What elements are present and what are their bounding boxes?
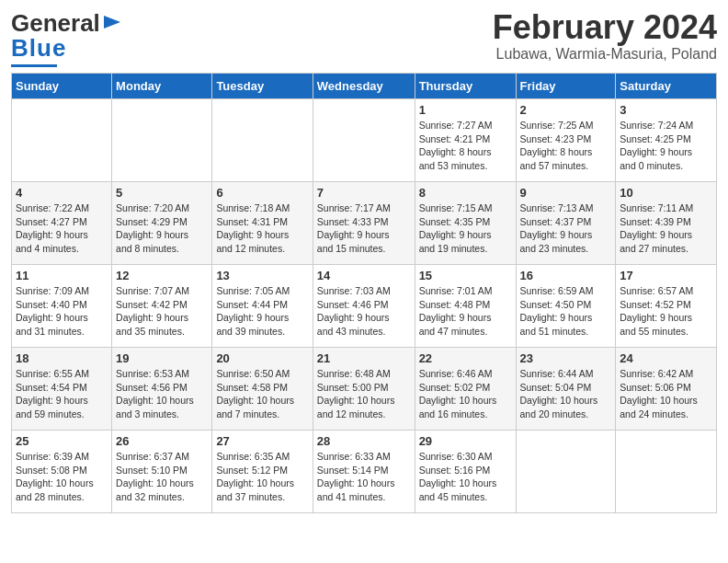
day-number: 12 xyxy=(116,269,208,282)
day-info: Sunrise: 7:07 AM Sunset: 4:42 PM Dayligh… xyxy=(116,284,208,339)
day-number: 6 xyxy=(216,186,308,200)
calendar-day-cell: 28Sunrise: 6:33 AM Sunset: 5:14 PM Dayli… xyxy=(313,431,415,513)
day-info: Sunrise: 6:57 AM Sunset: 4:52 PM Dayligh… xyxy=(620,284,712,339)
calendar-day-cell xyxy=(616,431,717,513)
calendar-day-cell: 21Sunrise: 6:48 AM Sunset: 5:00 PM Dayli… xyxy=(313,348,415,431)
svg-marker-0 xyxy=(104,16,120,29)
day-number: 1 xyxy=(419,103,512,117)
day-info: Sunrise: 7:24 AM Sunset: 4:25 PM Dayligh… xyxy=(620,119,712,173)
day-of-week-header: Thursday xyxy=(415,74,516,99)
day-number: 24 xyxy=(620,351,712,365)
calendar-day-cell: 1Sunrise: 7:27 AM Sunset: 4:21 PM Daylig… xyxy=(415,99,516,182)
calendar-day-cell: 11Sunrise: 7:09 AM Sunset: 4:40 PM Dayli… xyxy=(12,265,112,348)
calendar-week-row: 1Sunrise: 7:27 AM Sunset: 4:21 PM Daylig… xyxy=(12,99,717,182)
day-number: 9 xyxy=(520,186,612,200)
day-number: 27 xyxy=(216,434,308,448)
day-info: Sunrise: 7:13 AM Sunset: 4:37 PM Dayligh… xyxy=(520,201,612,256)
day-number: 20 xyxy=(216,351,308,365)
day-number: 28 xyxy=(317,434,411,448)
calendar-day-cell: 27Sunrise: 6:35 AM Sunset: 5:12 PM Dayli… xyxy=(212,431,313,513)
day-info: Sunrise: 6:37 AM Sunset: 5:10 PM Dayligh… xyxy=(116,450,208,504)
calendar-day-cell: 5Sunrise: 7:20 AM Sunset: 4:29 PM Daylig… xyxy=(112,182,212,265)
day-info: Sunrise: 6:46 AM Sunset: 5:02 PM Dayligh… xyxy=(419,367,512,421)
day-of-week-header: Wednesday xyxy=(313,74,415,99)
calendar-day-cell: 6Sunrise: 7:18 AM Sunset: 4:31 PM Daylig… xyxy=(212,182,313,265)
calendar-day-cell: 14Sunrise: 7:03 AM Sunset: 4:46 PM Dayli… xyxy=(313,265,415,348)
day-number: 3 xyxy=(620,103,712,117)
day-of-week-header: Sunday xyxy=(12,74,112,99)
day-number: 8 xyxy=(419,186,512,200)
logo-blue-label: Blue xyxy=(11,34,66,62)
day-of-week-header: Monday xyxy=(112,74,212,99)
day-of-week-header: Tuesday xyxy=(212,74,313,99)
calendar-day-cell xyxy=(516,431,616,513)
day-number: 2 xyxy=(520,103,612,117)
calendar-header-row: SundayMondayTuesdayWednesdayThursdayFrid… xyxy=(12,74,717,99)
day-number: 16 xyxy=(520,269,612,282)
calendar-day-cell xyxy=(112,99,212,182)
day-number: 13 xyxy=(216,269,308,282)
calendar-week-row: 4Sunrise: 7:22 AM Sunset: 4:27 PM Daylig… xyxy=(12,182,717,265)
day-number: 4 xyxy=(16,186,108,200)
calendar-day-cell: 15Sunrise: 7:01 AM Sunset: 4:48 PM Dayli… xyxy=(415,265,516,348)
day-number: 7 xyxy=(317,186,411,200)
day-info: Sunrise: 6:33 AM Sunset: 5:14 PM Dayligh… xyxy=(317,450,411,504)
calendar-day-cell: 4Sunrise: 7:22 AM Sunset: 4:27 PM Daylig… xyxy=(12,182,112,265)
calendar-day-cell: 26Sunrise: 6:37 AM Sunset: 5:10 PM Dayli… xyxy=(112,431,212,513)
day-info: Sunrise: 7:27 AM Sunset: 4:21 PM Dayligh… xyxy=(419,119,512,173)
day-info: Sunrise: 6:59 AM Sunset: 4:50 PM Dayligh… xyxy=(520,284,612,339)
day-number: 5 xyxy=(116,186,208,200)
day-info: Sunrise: 6:48 AM Sunset: 5:00 PM Dayligh… xyxy=(317,367,411,421)
day-info: Sunrise: 7:18 AM Sunset: 4:31 PM Dayligh… xyxy=(216,201,308,256)
logo-arrow-icon xyxy=(102,12,122,32)
page: General Blue February 2024 Lubawa, Warmi… xyxy=(0,0,728,563)
day-info: Sunrise: 6:42 AM Sunset: 5:06 PM Dayligh… xyxy=(620,367,712,421)
calendar-table: SundayMondayTuesdayWednesdayThursdayFrid… xyxy=(11,73,717,513)
day-of-week-header: Saturday xyxy=(616,74,717,99)
calendar-day-cell: 9Sunrise: 7:13 AM Sunset: 4:37 PM Daylig… xyxy=(516,182,616,265)
calendar-title: February 2024 xyxy=(493,9,717,46)
day-number: 14 xyxy=(317,269,411,282)
calendar-day-cell: 20Sunrise: 6:50 AM Sunset: 4:58 PM Dayli… xyxy=(212,348,313,431)
calendar-day-cell: 8Sunrise: 7:15 AM Sunset: 4:35 PM Daylig… xyxy=(415,182,516,265)
logo-blue-text: Blue xyxy=(11,34,66,63)
day-number: 21 xyxy=(317,351,411,365)
calendar-day-cell: 25Sunrise: 6:39 AM Sunset: 5:08 PM Dayli… xyxy=(12,431,112,513)
day-info: Sunrise: 6:35 AM Sunset: 5:12 PM Dayligh… xyxy=(216,450,308,504)
day-info: Sunrise: 7:20 AM Sunset: 4:29 PM Dayligh… xyxy=(116,201,208,256)
calendar-subtitle: Lubawa, Warmia-Masuria, Poland xyxy=(493,46,717,63)
calendar-day-cell: 12Sunrise: 7:07 AM Sunset: 4:42 PM Dayli… xyxy=(112,265,212,348)
calendar-day-cell: 7Sunrise: 7:17 AM Sunset: 4:33 PM Daylig… xyxy=(313,182,415,265)
day-info: Sunrise: 7:15 AM Sunset: 4:35 PM Dayligh… xyxy=(419,201,512,256)
day-number: 15 xyxy=(419,269,512,282)
calendar-week-row: 18Sunrise: 6:55 AM Sunset: 4:54 PM Dayli… xyxy=(12,348,717,431)
calendar-day-cell: 29Sunrise: 6:30 AM Sunset: 5:16 PM Dayli… xyxy=(415,431,516,513)
calendar-day-cell: 13Sunrise: 7:05 AM Sunset: 4:44 PM Dayli… xyxy=(212,265,313,348)
day-number: 22 xyxy=(419,351,512,365)
calendar-day-cell: 2Sunrise: 7:25 AM Sunset: 4:23 PM Daylig… xyxy=(516,99,616,182)
day-number: 25 xyxy=(16,434,108,448)
day-number: 17 xyxy=(620,269,712,282)
day-of-week-header: Friday xyxy=(516,74,616,99)
day-number: 19 xyxy=(116,351,208,365)
calendar-day-cell: 18Sunrise: 6:55 AM Sunset: 4:54 PM Dayli… xyxy=(12,348,112,431)
calendar-week-row: 11Sunrise: 7:09 AM Sunset: 4:40 PM Dayli… xyxy=(12,265,717,348)
day-number: 10 xyxy=(620,186,712,200)
day-info: Sunrise: 7:05 AM Sunset: 4:44 PM Dayligh… xyxy=(216,284,308,339)
calendar-day-cell: 19Sunrise: 6:53 AM Sunset: 4:56 PM Dayli… xyxy=(112,348,212,431)
day-info: Sunrise: 6:50 AM Sunset: 4:58 PM Dayligh… xyxy=(216,367,308,421)
day-number: 23 xyxy=(520,351,612,365)
calendar-day-cell: 3Sunrise: 7:24 AM Sunset: 4:25 PM Daylig… xyxy=(616,99,717,182)
day-info: Sunrise: 7:25 AM Sunset: 4:23 PM Dayligh… xyxy=(520,119,612,173)
day-info: Sunrise: 6:44 AM Sunset: 5:04 PM Dayligh… xyxy=(520,367,612,421)
logo-blue-underline xyxy=(11,64,57,67)
calendar-day-cell: 22Sunrise: 6:46 AM Sunset: 5:02 PM Dayli… xyxy=(415,348,516,431)
header: General Blue February 2024 Lubawa, Warmi… xyxy=(11,9,717,67)
calendar-week-row: 25Sunrise: 6:39 AM Sunset: 5:08 PM Dayli… xyxy=(12,431,717,513)
logo: General Blue xyxy=(11,9,122,67)
day-info: Sunrise: 6:30 AM Sunset: 5:16 PM Dayligh… xyxy=(419,450,512,504)
calendar-day-cell xyxy=(12,99,112,182)
day-info: Sunrise: 6:39 AM Sunset: 5:08 PM Dayligh… xyxy=(16,450,108,504)
calendar-day-cell: 23Sunrise: 6:44 AM Sunset: 5:04 PM Dayli… xyxy=(516,348,616,431)
calendar-day-cell: 16Sunrise: 6:59 AM Sunset: 4:50 PM Dayli… xyxy=(516,265,616,348)
